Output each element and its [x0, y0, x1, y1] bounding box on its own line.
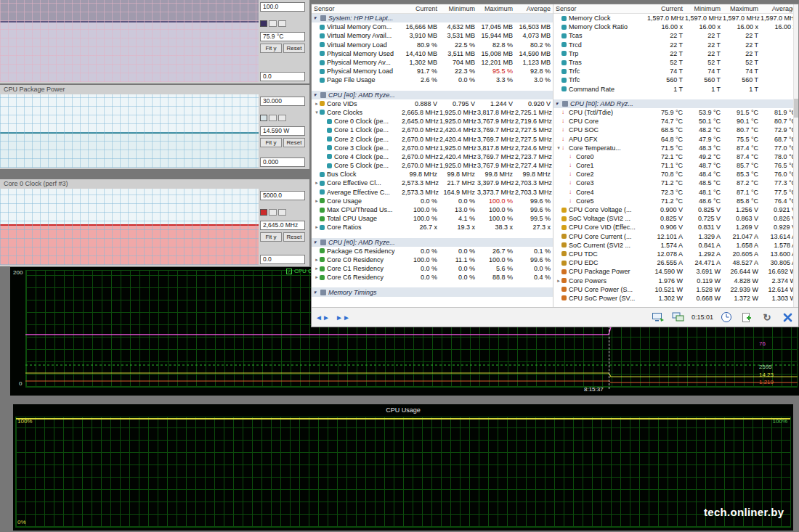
- sensor-row[interactable]: Trp22 T22 T22 T: [553, 49, 798, 58]
- column-header[interactable]: Current: [647, 5, 685, 12]
- sensor-row[interactable]: Package C6 Residency0.0 %0.0 %26.7 %0.1 …: [312, 247, 553, 255]
- scale-min-input[interactable]: 0.0: [260, 72, 305, 81]
- sensor-row[interactable]: ↓Core472.3 °C48.1 °C87.1 °C77.5 °C: [553, 188, 798, 197]
- sensor-row[interactable]: ▸Core VIDs0.888 V0.795 V1.244 V0.920 V: [312, 99, 553, 108]
- column-header[interactable]: Sensor: [553, 5, 647, 12]
- sensor-row[interactable]: Total CPU Usage100.0 %4.1 %100.0 %99.5 %: [312, 214, 553, 223]
- sensor-row[interactable]: ↓CPU SOC68.5 °C48.2 °C80.7 °C72.9 °C: [553, 126, 798, 134]
- sensor-row[interactable]: ↓CPU Core74.7 °C50.1 °C90.1 °C80.7 °C: [553, 117, 798, 126]
- sensor-row[interactable]: ↓CPU (Tctl/Tdie)75.9 °C53.9 °C91.5 °C81.…: [553, 108, 798, 117]
- expander-icon[interactable]: ▾: [314, 110, 320, 115]
- expand-columns-icon[interactable]: ►►: [336, 310, 350, 324]
- line-color-swatch[interactable]: [260, 20, 267, 27]
- sensor-row[interactable]: CPU Core Power (S...10.521 W1.528 W22.93…: [553, 285, 798, 294]
- sensor-row[interactable]: Memory Clock Ratio16.00 x16.00 x16.00 x1…: [553, 22, 798, 31]
- column-header[interactable]: Sensor: [312, 5, 402, 12]
- graph-cursor-line[interactable]: [609, 322, 609, 389]
- expander-icon[interactable]: ▸: [314, 180, 320, 186]
- sensor-row[interactable]: CPU Core Current (...12.101 A1.329 A21.0…: [553, 232, 798, 241]
- sensor-row[interactable]: Average Effective C...2,573.3 MHz164.9 M…: [312, 188, 553, 197]
- style-option-button[interactable]: [269, 115, 277, 121]
- expander-icon[interactable]: ▸: [314, 198, 320, 204]
- sensor-row[interactable]: ▸Core Usage0.0 %0.0 %100.0 %99.6 %: [312, 197, 553, 205]
- sensor-row[interactable]: ▾Core Clocks2,665.8 MHz1,925.0 MHz3,817.…: [312, 108, 553, 117]
- style-option-button[interactable]: [269, 20, 277, 27]
- column-header[interactable]: Maximum: [723, 5, 761, 12]
- scrollbar[interactable]: [793, 4, 798, 307]
- reset-button[interactable]: Reset: [283, 44, 305, 53]
- expander-icon[interactable]: ▸: [314, 257, 320, 263]
- sensor-row[interactable]: Trfc560 T560 T560 T: [553, 75, 798, 84]
- dual-monitor-icon[interactable]: [671, 310, 686, 324]
- line-color-swatch[interactable]: [260, 209, 267, 216]
- section-header-row[interactable]: ▾CPU [#0]: AMD Ryze...: [312, 91, 553, 99]
- collapse-icon[interactable]: ▾: [312, 15, 318, 21]
- sensor-row[interactable]: ▸Core Powers1.976 W0.119 W4.828 W2.374 W: [553, 276, 798, 285]
- expander-icon[interactable]: ▸: [314, 266, 320, 271]
- sensor-row[interactable]: ▸Core C0 Residency100.0 %11.1 %100.0 %99…: [312, 255, 553, 264]
- sensor-row[interactable]: CPU SoC Power (SV...1.302 W0.668 W1.372 …: [553, 294, 798, 303]
- sensor-row[interactable]: Tcas22 T22 T22 T: [553, 31, 798, 40]
- expander-icon[interactable]: ▾: [556, 145, 561, 151]
- sensor-row[interactable]: Command Rate1 T1 T1 T: [553, 85, 798, 94]
- column-header[interactable]: Maximum: [477, 5, 515, 12]
- sensor-row[interactable]: CPU TDC12.078 A1.292 A20.605 A13.600 A: [553, 250, 798, 258]
- sensor-row[interactable]: Trcd22 T22 T22 T: [553, 41, 798, 49]
- sensor-row[interactable]: Virtual Memory Com...16,666 MB4,632 MB17…: [312, 22, 553, 31]
- sensor-row[interactable]: ▾↓Core Temperatu...71.5 °C48.3 °C87.4 °C…: [553, 144, 798, 152]
- sensor-row[interactable]: Core 0 Clock (pe...2,645.0 MHz1,925.0 MH…: [312, 117, 553, 126]
- sensor-row[interactable]: Page File Usage2.6 %0.0 %3.3 %3.0 %: [312, 75, 553, 84]
- column-header[interactable]: Average: [515, 5, 553, 12]
- reset-button[interactable]: Reset: [283, 232, 305, 242]
- sensor-row[interactable]: SoC Current (SVI2 ...1.574 A0.841 A1.658…: [553, 241, 798, 250]
- column-header[interactable]: Minimum: [439, 5, 477, 12]
- sensor-row[interactable]: ▸Core Ratios26.7 x19.3 x38.3 x27.3 x: [312, 223, 553, 232]
- fit-y-button[interactable]: Fit y: [260, 138, 282, 147]
- reset-values-icon[interactable]: ↻: [760, 310, 774, 324]
- sensor-row[interactable]: Physical Memory Av...1,302 MB704 MB12,20…: [312, 58, 553, 67]
- sensor-row[interactable]: CPU Core VID (Effec...0.906 V0.831 V1.26…: [553, 223, 798, 232]
- sensor-row[interactable]: CPU Package Power14.590 W3.691 W26.644 W…: [553, 267, 798, 276]
- sensor-row[interactable]: ↓Core371.2 °C48.5 °C87.2 °C77.3 °C: [553, 179, 798, 187]
- remote-monitor-icon[interactable]: [651, 310, 665, 324]
- report-icon[interactable]: [739, 310, 754, 324]
- sensor-row[interactable]: Core 1 Clock (pe...2,670.0 MHz2,420.4 MH…: [312, 126, 553, 134]
- style-option-button[interactable]: [278, 209, 286, 216]
- sensor-row[interactable]: Core 5 Clock (pe...2,670.0 MHz1,925.0 MH…: [312, 161, 553, 170]
- clock-icon[interactable]: [719, 310, 734, 324]
- graph-legend[interactable]: ✓ CPU C: [286, 268, 312, 274]
- scale-max-input[interactable]: 100.0: [260, 2, 305, 12]
- sensor-row[interactable]: Virtual Memory Load80.9 %22.5 %82.8 %80.…: [312, 41, 553, 49]
- scale-min-input[interactable]: 0.000: [260, 157, 305, 167]
- sensor-row[interactable]: SoC Voltage (SVI2 ...0.825 V0.725 V0.863…: [553, 214, 798, 223]
- sensor-row[interactable]: Physical Memory Used14,410 MB3,511 MB15,…: [312, 49, 553, 58]
- sensor-row[interactable]: Memory Clock1,597.0 MHz1,597.0 MHz1,597.…: [553, 14, 798, 22]
- collapse-icon[interactable]: ▾: [312, 92, 318, 98]
- sensor-row[interactable]: CPU Core Voltage (...0.900 V0.825 V1.256…: [553, 205, 798, 214]
- sensor-row[interactable]: CPU EDC26.555 A24.471 A48.527 A30.805 A: [553, 258, 798, 267]
- style-option-button[interactable]: [269, 209, 277, 216]
- expander-icon[interactable]: ▸: [556, 278, 561, 284]
- sensor-row[interactable]: ↓Core270.8 °C48.4 °C85.3 °C76.0 °C: [553, 170, 798, 179]
- sensor-row[interactable]: Core 3 Clock (pe...2,670.0 MHz1,925.0 MH…: [312, 144, 553, 152]
- collapse-icon[interactable]: ▾: [312, 290, 318, 295]
- scrollbar-thumb[interactable]: [794, 99, 798, 118]
- section-header-row[interactable]: ▾CPU [#0]: AMD Ryze...: [312, 238, 553, 247]
- sensor-row[interactable]: Physical Memory Load91.7 %22.3 %95.5 %92…: [312, 67, 553, 75]
- sensor-row[interactable]: Bus Clock99.8 MHz99.8 MHz99.8 MHz99.8 MH…: [312, 170, 553, 179]
- style-option-button[interactable]: [278, 115, 286, 121]
- close-icon[interactable]: [780, 310, 795, 324]
- sensor-row[interactable]: Tras52 T52 T52 T: [553, 58, 798, 67]
- sensor-row[interactable]: Trfc74 T74 T74 T: [553, 67, 798, 75]
- column-header[interactable]: Minimum: [685, 5, 723, 12]
- fit-y-button[interactable]: Fit y: [260, 232, 282, 242]
- collapse-columns-icon[interactable]: ◄►: [315, 310, 330, 324]
- style-option-button[interactable]: [278, 20, 286, 27]
- sensor-row[interactable]: ▸Core C6 Residency0.0 %0.0 %88.8 %0.4 %: [312, 273, 553, 282]
- sensor-row[interactable]: Core 4 Clock (pe...2,670.0 MHz2,420.4 MH…: [312, 152, 553, 161]
- collapse-icon[interactable]: ▾: [553, 101, 560, 107]
- sensor-row[interactable]: Virtual Memory Avail...3,910 MB3,531 MB1…: [312, 31, 553, 40]
- fit-y-button[interactable]: Fit y: [260, 44, 282, 53]
- sensor-row[interactable]: ↓Core571.2 °C48.6 °C85.8 °C76.4 °C: [553, 197, 798, 205]
- sensor-row[interactable]: Core 2 Clock (pe...2,670.0 MHz2,420.4 MH…: [312, 134, 553, 143]
